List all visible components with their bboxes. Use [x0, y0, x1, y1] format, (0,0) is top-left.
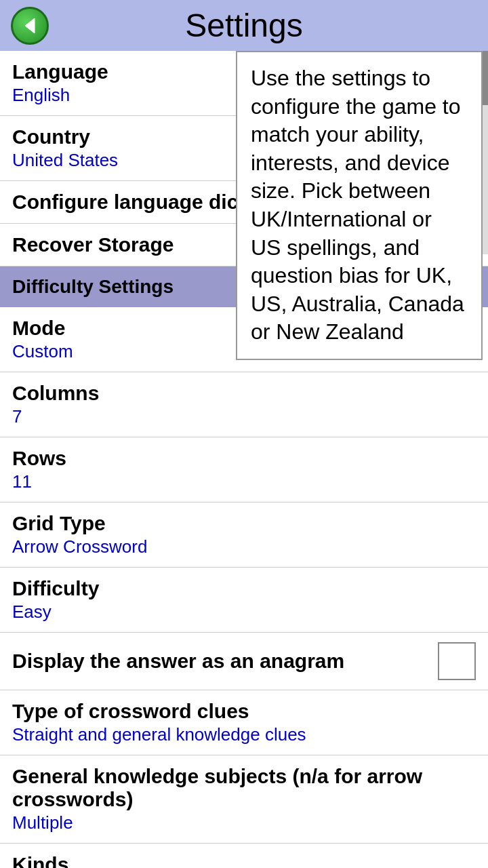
settings-item-general-knowledge[interactable]: General knowledge subjects (n/a for arro… — [0, 755, 488, 844]
grid-type-label: Grid Type — [12, 512, 476, 535]
app-header: Settings — [0, 0, 488, 51]
display-anagram-label: Display the answer as an anagram — [12, 650, 427, 673]
settings-item-display-anagram[interactable]: Display the answer as an anagram — [0, 633, 488, 690]
difficulty-value: Easy — [12, 601, 476, 623]
general-knowledge-value: Multiple — [12, 812, 476, 833]
back-button[interactable] — [11, 7, 49, 45]
svg-marker-0 — [25, 18, 35, 33]
grid-type-value: Arrow Crossword — [12, 536, 476, 557]
tooltip-popup: Use the settings to configure the game t… — [236, 51, 483, 360]
scrollbar-thumb — [483, 51, 488, 105]
tooltip-text: Use the settings to configure the game t… — [251, 66, 464, 344]
page-title: Settings — [49, 7, 439, 44]
anagram-checkbox[interactable] — [438, 642, 476, 680]
settings-item-columns[interactable]: Columns 7 — [0, 372, 488, 437]
scrollbar-track[interactable] — [483, 51, 488, 254]
settings-item-kinds[interactable]: Kinds — [0, 844, 488, 868]
settings-item-difficulty[interactable]: Difficulty Easy — [0, 568, 488, 633]
clues-type-value: Straight and general knowledge clues — [12, 724, 476, 745]
columns-value: 7 — [12, 406, 476, 427]
settings-item-rows[interactable]: Rows 11 — [0, 437, 488, 502]
rows-value: 11 — [12, 471, 476, 492]
settings-item-clues-type[interactable]: Type of crossword clues Straight and gen… — [0, 690, 488, 755]
clues-type-label: Type of crossword clues — [12, 700, 476, 723]
general-knowledge-label: General knowledge subjects (n/a for arro… — [12, 765, 476, 811]
columns-label: Columns — [12, 382, 476, 405]
kinds-label: Kinds — [12, 853, 476, 868]
settings-item-grid-type[interactable]: Grid Type Arrow Crossword — [0, 502, 488, 568]
difficulty-settings-label: Difficulty Settings — [12, 276, 174, 297]
difficulty-label: Difficulty — [12, 577, 476, 600]
rows-label: Rows — [12, 447, 476, 470]
